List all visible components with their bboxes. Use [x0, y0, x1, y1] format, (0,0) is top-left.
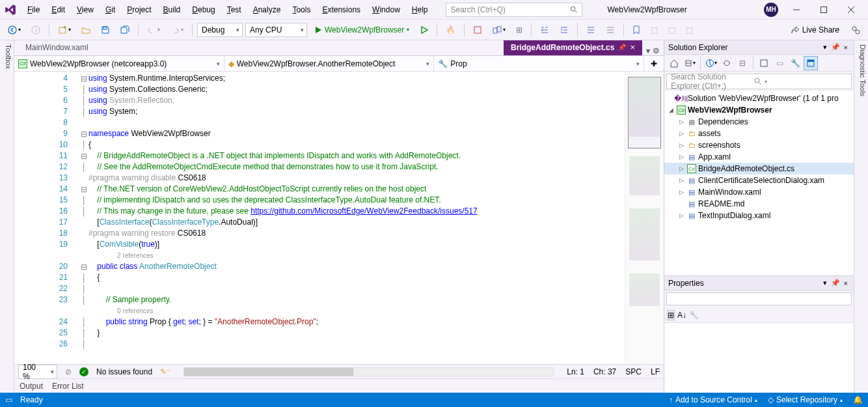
comment-button[interactable]	[582, 23, 599, 37]
tb-icon-1[interactable]	[469, 23, 486, 37]
menu-build[interactable]: Build	[158, 3, 186, 17]
properties-grid[interactable]	[664, 323, 854, 393]
menu-git[interactable]: Git	[100, 3, 120, 17]
nav-back-button[interactable]: ▾	[4, 23, 25, 37]
pin-icon[interactable]: 📌	[618, 44, 626, 51]
tab-settings-icon[interactable]: ⚙	[653, 46, 660, 55]
tab-mainwindow[interactable]: MainWindow.xaml	[18, 40, 96, 55]
split-editor-button[interactable]: ✚	[644, 56, 664, 71]
panel-dropdown-button[interactable]: ▾	[821, 43, 829, 51]
tree-item-clientcertificateselectiondialog-xam[interactable]: ▷▤ClientCertificateSelectionDialog.xam	[664, 175, 854, 186]
nav-member-combo[interactable]: 🔧 Prop	[434, 56, 644, 71]
screwdriver-icon[interactable]: ✎⁻	[160, 367, 170, 376]
select-repository-button[interactable]: ◇Select Repository▴	[768, 395, 843, 404]
save-button[interactable]	[97, 23, 114, 37]
menu-debug[interactable]: Debug	[187, 3, 220, 17]
code-editor[interactable]: 4567891011121314151617181920212223242526…	[14, 72, 664, 364]
save-all-button[interactable]	[116, 23, 133, 37]
menu-extensions[interactable]: Extensions	[317, 3, 366, 17]
tree-item-webview2wpfbrowser[interactable]: ◢C#WebView2WpfBrowser	[664, 104, 854, 116]
live-share-button[interactable]: Live Share	[785, 23, 845, 36]
open-button[interactable]	[77, 23, 94, 37]
horizontal-scrollbar[interactable]	[183, 367, 554, 376]
next-bookmark-button[interactable]: ⬚	[664, 23, 679, 37]
notifications-icon[interactable]: 🔔	[853, 395, 863, 404]
sol-collapse-all-button[interactable]: ▭	[772, 56, 787, 70]
bookmark-button[interactable]	[629, 23, 644, 37]
error-indicator-icon[interactable]: ⊘	[65, 367, 72, 376]
tb-icon-2[interactable]: ▾	[489, 23, 509, 37]
platform-combo[interactable]: Any CPU	[245, 23, 307, 37]
tree-item-assets[interactable]: ▷🗀assets	[664, 128, 854, 139]
start-debugging-button[interactable]: WebView2WpfBrowser ▾	[310, 23, 414, 37]
redo-button[interactable]: ▾	[167, 23, 187, 37]
indent-indicator[interactable]: SPC	[625, 367, 642, 376]
solution-search-input[interactable]: Search Solution Explorer (Ctrl+;) ▾	[666, 74, 852, 89]
new-item-button[interactable]: ▾	[54, 23, 75, 37]
tab-bridgeaddremoteobject[interactable]: BridgeAddRemoteObject.cs 📌 ×	[504, 40, 642, 55]
codelens[interactable]: 0 references	[88, 305, 625, 316]
tb-icon-3[interactable]: ⊞	[512, 23, 526, 37]
panel-pin-button[interactable]: 📌	[829, 279, 842, 287]
tab-overflow-button[interactable]: ▾	[646, 46, 650, 55]
menu-view[interactable]: View	[72, 3, 99, 17]
bottom-tab-error-list[interactable]: Error List	[52, 382, 84, 391]
tree-item-readme-md[interactable]: ▤README.md	[664, 198, 854, 210]
panel-dropdown-button[interactable]: ▾	[821, 279, 829, 287]
minimize-button[interactable]	[783, 1, 809, 19]
eol-indicator[interactable]: LF	[651, 367, 660, 376]
issues-label[interactable]: No issues found	[96, 367, 152, 376]
menu-help[interactable]: Help	[407, 3, 433, 17]
menu-file[interactable]: File	[22, 3, 45, 17]
user-avatar[interactable]: MH	[764, 3, 778, 17]
menu-edit[interactable]: Edit	[46, 3, 70, 17]
tree-item-mainwindow-xaml[interactable]: ▷▤MainWindow.xaml	[664, 186, 854, 198]
undo-button[interactable]: ▾	[143, 23, 164, 37]
solution-tree[interactable]: �체Solution 'WebView2WpfBrowser' (1 of 1 …	[664, 91, 854, 275]
sol-pending-changes-button[interactable]: ▾	[704, 56, 718, 70]
sol-home-button[interactable]	[667, 56, 681, 70]
bottom-tab-output[interactable]: Output	[20, 382, 43, 391]
menu-tools[interactable]: Tools	[287, 3, 316, 17]
sol-show-all-button[interactable]	[757, 56, 771, 70]
panel-close-button[interactable]: ×	[842, 279, 850, 287]
uncomment-button[interactable]	[602, 23, 619, 37]
output-window-icon[interactable]: ▭	[5, 395, 12, 404]
add-source-control-button[interactable]: ↑Add to Source Control▴	[669, 395, 757, 404]
prev-bookmark-button[interactable]: ⬚	[647, 23, 662, 37]
sol-filter-button[interactable]: ⊟	[735, 56, 750, 70]
hot-reload-button[interactable]: 🔥	[442, 23, 459, 37]
properties-object-combo[interactable]	[666, 292, 852, 305]
config-combo[interactable]: Debug	[197, 23, 243, 37]
categorized-button[interactable]: ⊞	[667, 310, 675, 320]
char-indicator[interactable]: Ch: 37	[593, 367, 616, 376]
line-indicator[interactable]: Ln: 1	[567, 367, 584, 376]
menu-project[interactable]: Project	[122, 3, 156, 17]
start-without-debugging-button[interactable]	[416, 23, 432, 36]
toolbox-tab[interactable]: Toolbox	[0, 40, 14, 393]
zoom-combo[interactable]: 100 %	[18, 365, 57, 379]
prop-wrench-button[interactable]: 🔧	[689, 311, 699, 320]
nav-scope-combo[interactable]: C# WebView2WpfBrowser (netcoreapp3.0)	[14, 56, 224, 71]
close-tab-icon[interactable]: ×	[630, 42, 635, 52]
outdent-button[interactable]	[536, 23, 553, 37]
global-search-input[interactable]: Search (Ctrl+Q)	[446, 3, 582, 17]
tree-item-app-xaml[interactable]: ▷▤App.xaml	[664, 151, 854, 163]
tree-item-solution-webview2wpfbrowser-1-of-1-pro[interactable]: �체Solution 'WebView2WpfBrowser' (1 of 1 …	[664, 92, 854, 104]
tree-item-dependencies[interactable]: ▷▦Dependencies	[664, 116, 854, 128]
sol-preview-button[interactable]	[804, 56, 818, 70]
indent-button[interactable]	[556, 23, 573, 37]
nav-type-combo[interactable]: ◆ WebView2WpfBrowser.AnotherRemoteObject	[224, 56, 435, 71]
close-button[interactable]	[838, 1, 864, 19]
codelens[interactable]: 2 references	[88, 250, 625, 261]
menu-window[interactable]: Window	[367, 3, 405, 17]
menu-analyze[interactable]: Analyze	[248, 3, 286, 17]
sol-sync-button[interactable]	[720, 56, 734, 70]
minimap[interactable]	[625, 72, 664, 364]
alphabetical-button[interactable]: A↓	[677, 311, 686, 320]
clear-bookmarks-button[interactable]: ⬚	[682, 23, 697, 37]
panel-close-button[interactable]: ×	[842, 44, 850, 51]
diagnostic-tools-tab[interactable]: Diagnostic Tools	[854, 40, 868, 393]
tree-item-bridgeaddremoteobject-cs[interactable]: ▷C#BridgeAddRemoteObject.cs	[664, 163, 854, 175]
menu-test[interactable]: Test	[222, 3, 247, 17]
